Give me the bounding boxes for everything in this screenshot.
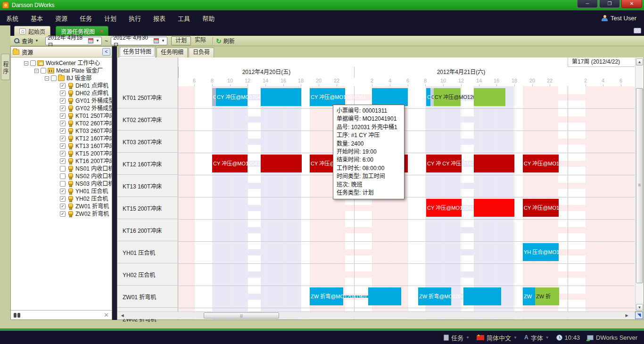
menu-item-9[interactable]: 帮助 bbox=[196, 14, 221, 23]
menu-item-2[interactable]: 基本 bbox=[25, 14, 49, 23]
task-bar[interactable] bbox=[474, 199, 514, 217]
tree-node[interactable]: ✓YH02 压合机 bbox=[11, 195, 112, 203]
refresh-button[interactable]: ↻ 刷新 bbox=[216, 37, 235, 45]
tree-checkbox[interactable]: ✓ bbox=[60, 98, 66, 104]
tree-node[interactable]: ✓GY02 外桶成型机 bbox=[11, 105, 112, 112]
tree-checkbox[interactable]: ✓ bbox=[60, 121, 66, 126]
menu-item-1[interactable]: 系统 bbox=[0, 14, 25, 23]
tree-checkbox[interactable] bbox=[60, 181, 66, 187]
task-bar[interactable] bbox=[261, 155, 302, 172]
tree-checkbox[interactable]: ✓ bbox=[60, 188, 66, 194]
tree-node[interactable]: ✓KT16 200T冲床 bbox=[11, 157, 112, 165]
tree-checkbox[interactable] bbox=[60, 166, 66, 172]
task-bar[interactable]: CY 冲 CY 冲压@MO12041904 bbox=[426, 155, 462, 172]
task-bar[interactable]: C bbox=[212, 88, 216, 106]
expand-icon[interactable]: − bbox=[34, 69, 39, 73]
window-list-icon[interactable] bbox=[634, 28, 641, 33]
status-item-fontA[interactable]: A字体▼ bbox=[524, 333, 549, 342]
tree-checkbox[interactable]: ✓ bbox=[60, 143, 66, 149]
tree-checkbox[interactable]: ✓ bbox=[60, 196, 66, 202]
tree-node[interactable]: ✓KT02 260T冲床 bbox=[11, 120, 112, 127]
horizontal-scrollbar[interactable]: ◀ ||| ▶ bbox=[118, 311, 635, 319]
clear-search-icon[interactable]: ✕ bbox=[104, 311, 109, 319]
task-bar[interactable]: ZW 折弯@MO12041901 bbox=[310, 287, 343, 305]
menu-item-5[interactable]: 计划 bbox=[98, 14, 123, 23]
expand-icon[interactable]: − bbox=[24, 61, 28, 66]
tree-node[interactable]: ✓GY01 外桶成型机 bbox=[11, 97, 112, 105]
tree-node[interactable]: ✓DH02 点焊机 bbox=[11, 90, 112, 97]
tree-checkbox[interactable]: ✓ bbox=[60, 151, 66, 156]
menu-item-4[interactable]: 任务 bbox=[74, 14, 98, 23]
user-area[interactable]: Test User bbox=[602, 10, 636, 25]
scroll-down-icon[interactable]: ▼ bbox=[636, 304, 643, 311]
tree-checkbox[interactable] bbox=[51, 75, 57, 81]
tree-checkbox[interactable] bbox=[30, 60, 36, 66]
task-bar[interactable] bbox=[474, 155, 514, 172]
expand-icon[interactable]: − bbox=[45, 76, 49, 81]
tree-checkbox[interactable]: ✓ bbox=[60, 106, 66, 111]
tab-home[interactable]: ⌂ 起始页 bbox=[14, 26, 50, 36]
plan-button[interactable]: 计划 bbox=[171, 36, 191, 45]
task-bar[interactable]: YH 压合@MO1 bbox=[523, 243, 559, 261]
scroll-right-icon[interactable]: ▶ bbox=[623, 312, 630, 319]
task-bar[interactable]: ZW bbox=[523, 287, 535, 305]
menu-item-8[interactable]: 工具 bbox=[172, 14, 196, 23]
restore-button[interactable]: ❐ bbox=[599, 0, 620, 8]
tree-node[interactable]: NS01 内收口机 bbox=[11, 165, 112, 172]
status-item-clipboard[interactable]: 任务▼ bbox=[444, 333, 470, 342]
gantt-tab-1[interactable]: 任务甘特图 bbox=[119, 46, 156, 57]
status-item-monitor[interactable]: DWorks Server bbox=[587, 334, 637, 341]
task-bar[interactable]: ZW 折弯@MO12041901 bbox=[418, 287, 451, 305]
task-bar[interactable]: CY 冲压@MO12041903 bbox=[426, 199, 462, 217]
date-from-field[interactable]: 2012年 4月18日 ▼ bbox=[45, 37, 102, 45]
tree-node[interactable]: ✓ZW02 折弯机 bbox=[11, 210, 112, 218]
tree-checkbox[interactable]: ✓ bbox=[60, 204, 66, 209]
scroll-up-icon[interactable]: ▲ bbox=[636, 58, 643, 66]
tree-node[interactable]: ✓KT15 200T冲床 bbox=[11, 150, 112, 157]
task-bar[interactable]: CY 冲压@MO12041904 bbox=[212, 155, 248, 172]
task-bar[interactable]: CY 冲压@MO12041901 bbox=[216, 88, 248, 106]
tree-search-bar[interactable]: ✕ bbox=[11, 310, 112, 319]
actual-button[interactable]: 实际 bbox=[191, 36, 210, 45]
menu-item-6[interactable]: 执行 bbox=[123, 14, 147, 23]
panel-splitter[interactable] bbox=[112, 46, 117, 320]
tree-checkbox[interactable]: ✓ bbox=[60, 158, 66, 164]
minimize-button[interactable]: ─ bbox=[577, 0, 598, 8]
task-bar[interactable]: C bbox=[426, 88, 430, 106]
tree-checkbox[interactable] bbox=[60, 173, 66, 179]
status-item-flag[interactable]: 简体中文▼ bbox=[477, 333, 517, 342]
tree-node[interactable]: NS02 内收口机 bbox=[11, 172, 112, 180]
task-bar[interactable] bbox=[261, 88, 301, 106]
horizontal-scroll-thumb[interactable]: ||| bbox=[204, 312, 279, 319]
tree-node[interactable]: ✓KT12 160T冲床 bbox=[11, 135, 112, 142]
status-item-clock[interactable]: 10:43 bbox=[556, 334, 580, 341]
tree-node[interactable]: ✓KT13 160T冲床 bbox=[11, 142, 112, 150]
tree-node[interactable]: ✓KT01 250T冲床 bbox=[11, 112, 112, 120]
menu-item-3[interactable]: 资源 bbox=[49, 14, 74, 23]
tree-node[interactable]: ✓KT03 260T冲床 bbox=[11, 127, 112, 135]
task-bar[interactable]: CY 冲压@MO1 bbox=[523, 155, 559, 172]
tree-node[interactable]: ✓ZW01 折弯机 bbox=[11, 203, 112, 210]
task-bar[interactable] bbox=[368, 287, 401, 305]
tree-checkbox[interactable]: ✓ bbox=[60, 113, 66, 119]
tab-close-icon[interactable]: ✕ bbox=[99, 28, 103, 34]
close-button[interactable]: ✕ bbox=[621, 0, 642, 8]
tree-node[interactable]: −Metal Plate 钣金厂 bbox=[11, 67, 112, 74]
scroll-left-icon[interactable]: ◀ bbox=[119, 312, 126, 319]
tree-node[interactable]: −BJ 钣金部 bbox=[11, 74, 112, 82]
scroll-corner-button[interactable]: ◥ bbox=[635, 311, 643, 319]
vertical-scrollbar[interactable]: ▲ ▼ bbox=[635, 58, 643, 319]
gantt-tab-3[interactable]: 日负荷 bbox=[189, 48, 214, 57]
tree-checkbox[interactable]: ✓ bbox=[60, 128, 66, 134]
tree-node[interactable]: −WorkCenter 工作中心 bbox=[11, 59, 112, 67]
task-bar[interactable] bbox=[372, 88, 408, 106]
date-to-field[interactable]: 2012年 4月30日 ▼ bbox=[111, 37, 167, 45]
task-bar[interactable]: CY 冲压@MO1 bbox=[523, 199, 559, 217]
task-bar[interactable]: CY 冲压@MO12041901 bbox=[310, 88, 345, 106]
task-bar[interactable] bbox=[474, 88, 505, 106]
task-bar[interactable]: CY 冲压@MO12041902 bbox=[434, 88, 461, 106]
task-bar[interactable]: C bbox=[430, 88, 434, 106]
menu-item-7[interactable]: 报表 bbox=[147, 14, 172, 23]
vertical-scroll-thumb[interactable] bbox=[636, 88, 643, 283]
task-bar[interactable] bbox=[463, 287, 501, 305]
